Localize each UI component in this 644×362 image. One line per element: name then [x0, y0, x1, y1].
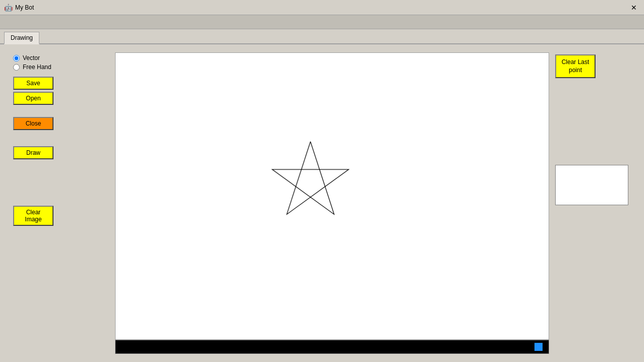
freehand-radio-label: Free Hand	[23, 64, 51, 71]
left-panel: Vector Free Hand Save Open Close Draw Cl…	[8, 52, 109, 354]
mode-radio-group: Vector Free Hand	[13, 54, 109, 71]
scrollbar-thumb[interactable]	[534, 343, 543, 351]
clear-last-line2: point	[569, 67, 582, 74]
close-button[interactable]: Close	[13, 117, 53, 130]
app-title: My Bot	[15, 4, 34, 11]
vector-radio-input[interactable]	[13, 55, 20, 62]
radio-vector[interactable]: Vector	[13, 54, 109, 62]
canvas-area	[115, 52, 549, 354]
right-panel: Clear Last point	[555, 52, 636, 354]
tabbar: Drawing	[0, 29, 644, 44]
freehand-radio-input[interactable]	[13, 64, 20, 71]
clear-image-button[interactable]: Clear Image	[13, 206, 53, 226]
window-close-button[interactable]: ✕	[628, 3, 640, 13]
clear-last-line1: Clear Last	[562, 58, 589, 66]
close-group: Close	[13, 117, 109, 130]
titlebar: 🤖 My Bot ✕	[0, 0, 644, 15]
titlebar-left: 🤖 My Bot	[4, 4, 34, 12]
draw-group: Draw	[13, 146, 109, 159]
clear-image-group: Clear Image	[13, 206, 109, 226]
open-button[interactable]: Open	[13, 92, 53, 105]
drawing-canvas[interactable]	[116, 53, 549, 339]
main-content: Vector Free Hand Save Open Close Draw Cl…	[0, 44, 644, 362]
tab-drawing[interactable]: Drawing	[4, 32, 39, 44]
mini-canvas	[555, 165, 628, 205]
radio-freehand[interactable]: Free Hand	[13, 64, 109, 71]
app-icon: 🤖	[4, 4, 12, 12]
scrollbar-track[interactable]	[118, 343, 547, 351]
drawing-canvas-wrapper[interactable]	[115, 52, 549, 340]
clear-last-point-button[interactable]: Clear Last point	[555, 54, 596, 78]
draw-button[interactable]: Draw	[13, 146, 53, 159]
menubar	[0, 15, 644, 29]
save-button[interactable]: Save	[13, 77, 53, 90]
save-open-group: Save Open	[13, 77, 109, 105]
vector-radio-label: Vector	[23, 54, 40, 62]
scrollbar-area	[115, 340, 549, 354]
